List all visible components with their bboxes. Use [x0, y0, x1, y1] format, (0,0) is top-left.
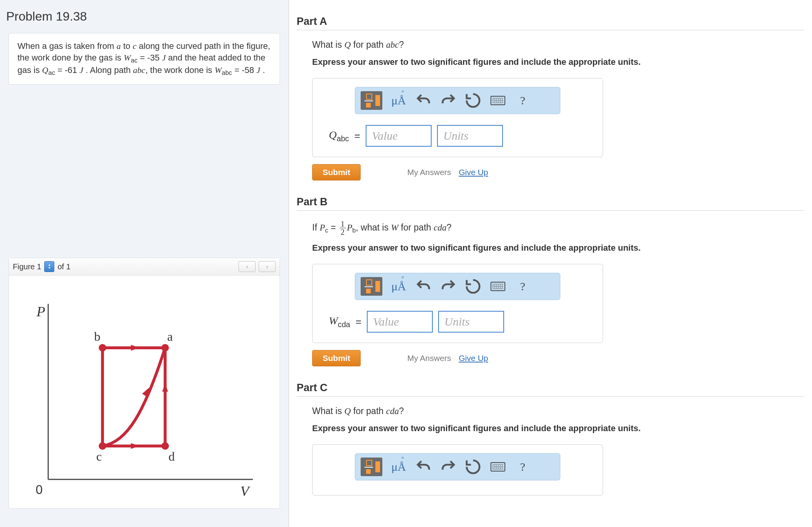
figure-next-button[interactable]: › — [259, 261, 276, 272]
path-abc: abc — [133, 65, 145, 75]
part-b-question: If Pc = 12Pb, what is W for path cda? — [312, 220, 804, 236]
my-answers-link[interactable]: My Answers — [407, 354, 451, 362]
redo-icon[interactable] — [440, 278, 457, 295]
part-a-answer-box: μÅ ? Qabc = Value Units — [312, 78, 603, 157]
fraction-tool-icon[interactable] — [361, 91, 382, 110]
keyboard-icon[interactable] — [489, 278, 506, 295]
val: = -61 — [55, 65, 79, 75]
undo-icon[interactable] — [415, 92, 432, 109]
val: = -58 — [232, 65, 256, 75]
fraction-tool-icon[interactable] — [361, 458, 382, 476]
submit-button[interactable]: Submit — [312, 164, 361, 180]
sym-W: W — [124, 53, 131, 62]
unit-J: J — [162, 53, 166, 62]
redo-icon[interactable] — [440, 92, 457, 109]
text: When a gas is taken from — [17, 41, 117, 51]
figure-of: of 1 — [57, 262, 70, 271]
svg-marker-11 — [162, 383, 168, 392]
answer-toolbar: μÅ ? — [355, 273, 560, 300]
problem-title: Problem 19.38 — [6, 9, 282, 24]
svg-text:V: V — [240, 483, 251, 499]
reset-icon[interactable] — [465, 458, 482, 475]
equals: = — [354, 130, 360, 142]
units-input[interactable]: Units — [437, 125, 503, 147]
var-c: c — [133, 41, 136, 51]
answer-toolbar: μÅ ? — [355, 87, 560, 114]
part-a-submit-row: Submit My Answers Give Up — [312, 164, 804, 180]
var-a: a — [117, 41, 121, 51]
part-b-instruction: Express your answer to two significant f… — [312, 243, 804, 253]
unit-J: J — [79, 65, 83, 75]
part-a-question: What is Q for path abc? — [312, 40, 804, 50]
val: = -35 — [138, 53, 162, 62]
help-icon[interactable]: ? — [514, 278, 531, 295]
pv-diagram: P V 0 — [19, 287, 270, 504]
part-c-question: What is Q for path cda? — [312, 406, 804, 416]
submit-button[interactable]: Submit — [312, 350, 361, 366]
part-b-title: Part B — [297, 196, 804, 211]
part-b-input-row: Wcda = Value Units — [313, 311, 603, 333]
right-panel: Part A What is Q for path abc? Express y… — [289, 0, 812, 527]
figure-panel: Figure 1 ▲▼ of 1 ‹ › P V 0 — [9, 258, 280, 509]
sub-abc: abc — [222, 69, 232, 76]
redo-icon[interactable] — [440, 458, 457, 475]
text: to — [121, 41, 133, 51]
part-a-instruction: Express your answer to two significant f… — [312, 57, 804, 67]
keyboard-icon[interactable] — [489, 458, 506, 475]
part-b: Part B If Pc = 12Pb, what is W for path … — [297, 196, 804, 366]
svg-text:d: d — [168, 449, 174, 463]
give-up-link[interactable]: Give Up — [459, 168, 488, 177]
units-tool-icon[interactable]: μÅ — [390, 278, 407, 295]
left-panel: Problem 19.38 When a gas is taken from a… — [0, 0, 289, 527]
my-answers-link[interactable]: My Answers — [407, 168, 451, 177]
part-a: Part A What is Q for path abc? Express y… — [297, 16, 804, 180]
part-c-instruction: Express your answer to two significant f… — [312, 423, 804, 433]
equals: = — [356, 316, 361, 328]
value-input[interactable]: Value — [366, 125, 432, 147]
units-input[interactable]: Units — [438, 311, 504, 333]
reset-icon[interactable] — [465, 92, 482, 109]
figure-nav: ‹ › — [238, 261, 276, 272]
figure-stepper[interactable]: ▲▼ — [44, 261, 54, 272]
svg-text:b: b — [94, 329, 100, 343]
problem-statement: When a gas is taken from a to c along th… — [9, 33, 280, 85]
svg-text:0: 0 — [36, 483, 43, 497]
text: . Along path — [83, 65, 133, 75]
answer-toolbar: μÅ ? — [355, 453, 560, 480]
svg-point-14 — [161, 344, 169, 351]
svg-text:a: a — [167, 329, 173, 343]
figure-body: P V 0 — [9, 276, 280, 508]
unit-J: J — [256, 65, 260, 75]
text: . — [260, 65, 265, 75]
keyboard-icon[interactable] — [489, 92, 506, 109]
svg-point-13 — [99, 344, 106, 351]
help-icon[interactable]: ? — [514, 458, 531, 475]
figure-header: Figure 1 ▲▼ of 1 ‹ › — [9, 258, 280, 276]
svg-marker-10 — [131, 443, 140, 449]
units-tool-icon[interactable]: μÅ — [390, 458, 407, 475]
part-c: Part C What is Q for path cda? Express y… — [297, 382, 804, 496]
text: , the work done is — [145, 65, 215, 75]
svg-marker-9 — [131, 345, 140, 351]
svg-text:c: c — [96, 449, 102, 463]
figure-prev-button[interactable]: ‹ — [238, 261, 256, 272]
undo-icon[interactable] — [415, 278, 432, 295]
sym-W: W — [214, 65, 221, 75]
units-tool-icon[interactable]: μÅ — [390, 92, 407, 109]
svg-point-15 — [99, 442, 106, 450]
sub-ac: ac — [48, 69, 55, 76]
part-a-title: Part A — [297, 16, 804, 30]
help-icon[interactable]: ? — [514, 92, 531, 109]
figure-label: Figure 1 — [13, 262, 41, 271]
var-label: Wcda — [329, 315, 350, 329]
fraction-tool-icon[interactable] — [361, 277, 382, 296]
undo-icon[interactable] — [415, 458, 432, 475]
part-c-answer-box: μÅ ? — [312, 444, 603, 496]
svg-text:P: P — [36, 303, 45, 319]
value-input[interactable]: Value — [367, 311, 433, 333]
give-up-link[interactable]: Give Up — [459, 354, 488, 362]
reset-icon[interactable] — [465, 278, 482, 295]
part-b-answer-box: μÅ ? Wcda = Value Units — [312, 264, 603, 343]
var-label: Qabc — [329, 129, 349, 143]
sub-ac: ac — [131, 57, 137, 64]
